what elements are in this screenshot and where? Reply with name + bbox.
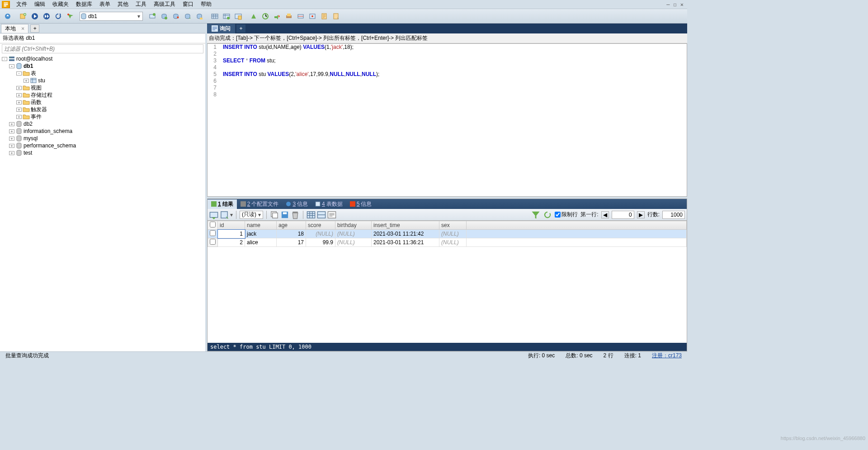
refresh-button[interactable] <box>53 11 63 21</box>
status-registration[interactable]: 注册：cr173 <box>646 352 687 360</box>
grid-export-button[interactable] <box>220 210 229 219</box>
tool-btn-2[interactable] <box>159 11 169 21</box>
grid-col-insert-time[interactable]: insert_time <box>372 221 439 230</box>
menu-other[interactable]: 其他 <box>114 0 132 9</box>
connection-tab[interactable]: 本地 × <box>1 24 28 33</box>
menu-help[interactable]: 帮助 <box>197 0 215 9</box>
refresh-grid-button[interactable] <box>543 210 552 219</box>
tree-mysql-node[interactable]: +mysql <box>0 135 205 142</box>
view-grid-button[interactable] <box>307 210 316 219</box>
menu-file[interactable]: 文件 <box>13 0 31 9</box>
grid-check-all[interactable] <box>208 221 218 230</box>
misc-btn-5[interactable] <box>296 11 306 21</box>
filter-input[interactable] <box>2 44 203 53</box>
result-tab-info1[interactable]: 3 信息 <box>282 199 311 209</box>
tree-root-node[interactable]: -root@localhost <box>0 55 205 62</box>
grid-col-sex[interactable]: sex <box>439 221 467 230</box>
result-tab-info2[interactable]: 5 信息 <box>346 199 376 209</box>
prev-page-button[interactable]: ◀ <box>601 211 609 218</box>
minimize-button[interactable]: — <box>666 1 670 8</box>
new-connection-button[interactable] <box>3 11 13 21</box>
result-data-grid[interactable]: id name age score birthday insert_time s… <box>208 221 687 343</box>
menu-window[interactable]: 窗口 <box>179 0 197 9</box>
svg-rect-37 <box>211 201 217 207</box>
misc-btn-4[interactable] <box>284 11 294 21</box>
table-btn-2[interactable] <box>222 11 231 21</box>
status-exec-time: 执行: 0 sec <box>523 352 560 360</box>
view-form-button[interactable] <box>317 210 326 219</box>
limit-rows-checkbox[interactable]: 限制行 <box>555 211 578 218</box>
format-button[interactable] <box>65 11 75 21</box>
dropdown-arrow-icon[interactable]: ▾ <box>135 13 142 19</box>
result-tab-results[interactable]: 1 结果 <box>208 199 237 209</box>
first-row-input[interactable] <box>612 211 634 219</box>
query-tab[interactable]: 询问 <box>207 24 236 33</box>
svg-rect-20 <box>287 14 291 16</box>
menu-database[interactable]: 数据库 <box>72 0 96 9</box>
tool-btn-3[interactable] <box>171 11 181 21</box>
tree-infoschema-node[interactable]: +information_schema <box>0 128 205 135</box>
menu-edit[interactable]: 编辑 <box>31 0 49 9</box>
tree-test-node[interactable]: +test <box>0 149 205 156</box>
tree-tables-node[interactable]: -表 <box>0 70 205 77</box>
status-row-count: 2 行 <box>598 352 619 360</box>
view-text-button[interactable] <box>327 210 336 219</box>
tool-btn-4[interactable] <box>183 11 193 21</box>
next-page-button[interactable]: ▶ <box>637 211 645 218</box>
svg-rect-40 <box>316 202 320 206</box>
grid-nav-button[interactable] <box>209 210 218 219</box>
save-button[interactable] <box>280 210 289 219</box>
add-connection-tab-button[interactable]: + <box>30 24 39 33</box>
object-tree[interactable]: -root@localhost -db1 -表 +stu +视图 +存储过程 +… <box>0 54 205 351</box>
filter-button[interactable] <box>531 210 540 219</box>
status-total-time: 总数: 0 sec <box>560 352 598 360</box>
rows-input[interactable] <box>662 211 685 219</box>
misc-btn-6[interactable] <box>307 11 317 21</box>
misc-btn-3[interactable] <box>272 11 282 21</box>
sql-editor[interactable]: 12345678 INSERT INTO stu(id,NAME,age) VA… <box>207 43 687 197</box>
tree-perfschema-node[interactable]: +performance_schema <box>0 142 205 149</box>
database-selector[interactable]: db1 ▾ <box>80 12 143 21</box>
svg-rect-45 <box>273 213 278 218</box>
new-query-button[interactable] <box>18 11 28 21</box>
copy-button[interactable] <box>270 210 279 219</box>
grid-col-score[interactable]: score <box>306 221 335 230</box>
tree-views-node[interactable]: +视图 <box>0 84 205 91</box>
tree-db2-node[interactable]: +db2 <box>0 120 205 128</box>
grid-col-id[interactable]: id <box>218 221 245 230</box>
table-row[interactable]: 1 jack 18 (NULL) (NULL) 2021-03-01 11:21… <box>208 230 687 238</box>
code-content[interactable]: INSERT INTO stu(id,NAME,age) VALUES(1,'j… <box>218 44 379 196</box>
tool-btn-1[interactable] <box>147 11 157 21</box>
execute-all-button[interactable] <box>42 11 52 21</box>
table-btn-3[interactable] <box>233 11 243 21</box>
tree-db1-node[interactable]: -db1 <box>0 62 205 70</box>
misc-btn-2[interactable] <box>260 11 270 21</box>
menu-favorites[interactable]: 收藏夹 <box>49 0 72 9</box>
misc-btn-8[interactable] <box>331 11 341 21</box>
menu-tools[interactable]: 工具 <box>132 0 150 9</box>
close-tab-icon[interactable]: × <box>21 25 24 32</box>
readonly-selector[interactable]: (只读)▾ <box>240 211 263 219</box>
execute-query-button[interactable] <box>30 11 40 21</box>
grid-col-birthday[interactable]: birthday <box>335 221 372 230</box>
result-tab-profile[interactable]: 2 个配置文件 <box>237 199 283 209</box>
table-row[interactable]: 2 alice 17 99.9 (NULL) 2021-03-01 11:36:… <box>208 238 687 247</box>
table-btn-1[interactable] <box>210 11 220 21</box>
tool-btn-5[interactable] <box>194 11 204 21</box>
tree-funcs-node[interactable]: +函数 <box>0 99 205 106</box>
close-button[interactable]: ✕ <box>680 1 684 8</box>
add-query-tab-button[interactable]: + <box>236 24 245 33</box>
result-tab-tabledata[interactable]: 4 表数据 <box>311 199 346 209</box>
menu-advanced-tools[interactable]: 高级工具 <box>150 0 179 9</box>
tree-procs-node[interactable]: +存储过程 <box>0 91 205 99</box>
grid-col-name[interactable]: name <box>245 221 277 230</box>
misc-btn-1[interactable] <box>249 11 259 21</box>
tree-triggers-node[interactable]: +触发器 <box>0 106 205 113</box>
menu-table[interactable]: 表单 <box>96 0 114 9</box>
misc-btn-7[interactable] <box>319 11 329 21</box>
tree-stu-node[interactable]: +stu <box>0 77 205 84</box>
maximize-button[interactable]: ☐ <box>674 1 677 8</box>
delete-button[interactable] <box>291 210 300 219</box>
grid-col-age[interactable]: age <box>277 221 306 230</box>
tree-events-node[interactable]: +事件 <box>0 113 205 120</box>
